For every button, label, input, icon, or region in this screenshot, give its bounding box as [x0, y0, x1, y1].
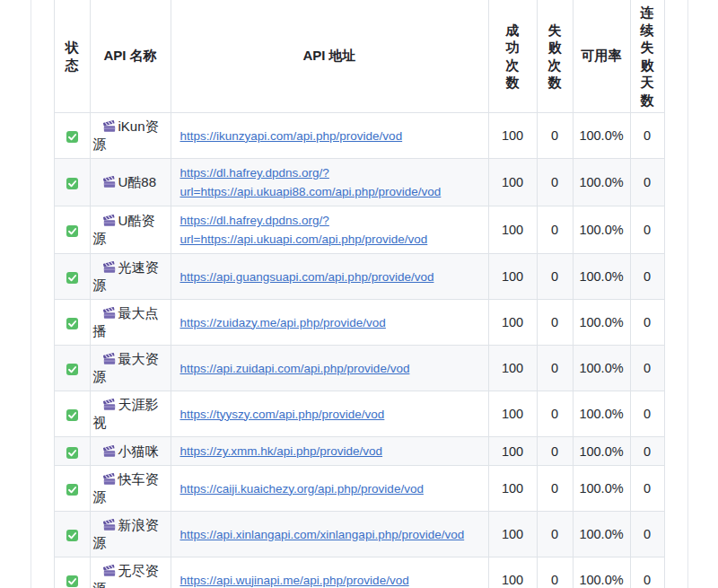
api-row: U酷资源https://dl.hafrey.dpdns.org/?url=htt…: [54, 206, 664, 254]
status-checkbox-checked[interactable]: [66, 178, 78, 189]
consecutive-fail-days-cell: 0: [630, 113, 664, 159]
fail-count-cell: 0: [537, 300, 573, 346]
api-url-cell: https://api.wujinapi.me/api.php/provide/…: [171, 557, 488, 588]
consecutive-fail-days-cell: 0: [630, 346, 664, 391]
column-header-api-name: API 名称: [90, 0, 171, 113]
status-checkbox-checked[interactable]: [66, 530, 78, 541]
api-url-link[interactable]: https://api.guangsuapi.com/api.php/provi…: [180, 270, 434, 284]
success-count-cell: 100: [488, 466, 537, 512]
status-checkbox-checked[interactable]: [66, 447, 78, 459]
api-url-cell: https://dl.hafrey.dpdns.org/?url=https:/…: [171, 159, 488, 206]
api-name-cell: 快车资源: [90, 466, 171, 512]
availability-cell: 100.0%: [573, 254, 630, 300]
api-url-link[interactable]: https://api.zuidapi.com/api.php/provide/…: [180, 362, 410, 375]
film-clapperboard-icon: [103, 473, 116, 486]
column-header-status: 状态: [54, 0, 90, 113]
consecutive-fail-days-cell: 0: [630, 206, 664, 254]
column-header-status-label: 状态: [65, 39, 79, 74]
consecutive-fail-days-cell: 0: [630, 159, 664, 206]
api-url-link[interactable]: https://zuidazy.me/api.php/provide/vod: [180, 316, 386, 329]
api-url-cell: https://zy.xmm.hk/api.php/provide/vod: [171, 437, 488, 466]
api-name: 小猫咪: [118, 443, 159, 459]
fail-count-cell: 0: [537, 512, 573, 557]
film-clapperboard-icon: [103, 120, 116, 133]
api-name-cell: U酷资源: [90, 206, 171, 254]
success-count-cell: 100: [488, 206, 537, 254]
consecutive-fail-days-cell: 0: [630, 557, 664, 588]
status-cell: [54, 346, 90, 391]
status-checkbox-checked[interactable]: [66, 575, 78, 587]
availability-cell: 100.0%: [573, 512, 630, 557]
availability-cell: 100.0%: [573, 391, 630, 437]
column-header-availability: 可用率: [573, 0, 630, 113]
availability-cell: 100.0%: [573, 437, 630, 466]
fail-count-cell: 0: [537, 437, 573, 466]
api-name-cell: iKun资源: [90, 113, 171, 159]
table-container: 状态 API 名称 API 地址 成功次数 失败次数 可用率 连续失败天数 iK…: [31, 0, 688, 588]
status-cell: [54, 300, 90, 346]
status-checkbox-checked[interactable]: [66, 131, 78, 143]
api-row: iKun资源https://ikunzyapi.com/api.php/prov…: [54, 113, 664, 159]
status-cell: [54, 113, 90, 159]
api-name-cell: 无尽资源: [90, 557, 171, 588]
api-row: 天涯影视https://tyyszy.com/api.php/provide/v…: [54, 391, 664, 437]
status-cell: [54, 391, 90, 437]
success-count-cell: 100: [488, 512, 537, 557]
api-url-link[interactable]: https://caiji.kuaichezy.org/api.php/prov…: [180, 482, 424, 496]
api-url-cell: https://dl.hafrey.dpdns.org/?url=https:/…: [171, 206, 488, 254]
status-checkbox-checked[interactable]: [66, 484, 78, 496]
api-row: 最大资源https://api.zuidapi.com/api.php/prov…: [54, 346, 664, 391]
availability-cell: 100.0%: [573, 159, 630, 206]
api-status-table: 状态 API 名称 API 地址 成功次数 失败次数 可用率 连续失败天数 iK…: [54, 0, 665, 588]
column-header-consecutive-fail-days: 连续失败天数: [630, 0, 664, 113]
api-row: 光速资源https://api.guangsuapi.com/api.php/p…: [54, 254, 664, 300]
api-name-cell: 最大点播: [90, 300, 171, 346]
fail-count-cell: 0: [537, 254, 573, 300]
consecutive-fail-days-cell: 0: [630, 437, 664, 466]
column-header-success-count-label: 成功次数: [505, 22, 520, 92]
status-checkbox-checked[interactable]: [66, 272, 78, 284]
film-clapperboard-icon: [103, 445, 116, 458]
status-checkbox-checked[interactable]: [66, 364, 78, 375]
success-count-cell: 100: [488, 159, 537, 206]
fail-count-cell: 0: [537, 557, 573, 588]
success-count-cell: 100: [488, 437, 537, 466]
api-url-cell: https://api.zuidapi.com/api.php/provide/…: [171, 346, 488, 391]
api-name-cell: 天涯影视: [90, 391, 171, 437]
api-url-cell: https://caiji.kuaichezy.org/api.php/prov…: [171, 466, 488, 512]
api-row: 无尽资源https://api.wujinapi.me/api.php/prov…: [54, 557, 664, 588]
api-url-link[interactable]: https://dl.hafrey.dpdns.org/?url=https:/…: [180, 166, 442, 198]
api-url-link[interactable]: https://api.xinlangapi.com/xinlangapi.ph…: [180, 528, 465, 541]
status-cell: [54, 437, 90, 466]
consecutive-fail-days-cell: 0: [630, 254, 664, 300]
status-checkbox-checked[interactable]: [66, 225, 78, 237]
status-cell: [54, 557, 90, 588]
status-cell: [54, 254, 90, 300]
api-name-cell: 小猫咪: [90, 437, 171, 466]
status-cell: [54, 466, 90, 512]
api-url-link[interactable]: https://ikunzyapi.com/api.php/provide/vo…: [180, 129, 403, 143]
api-name-cell: 光速资源: [90, 254, 171, 300]
api-url-link[interactable]: https://tyyszy.com/api.php/provide/vod: [180, 408, 385, 421]
api-url-cell: https://zuidazy.me/api.php/provide/vod: [171, 300, 488, 346]
api-name-cell: 最大资源: [90, 346, 171, 391]
table-body: iKun资源https://ikunzyapi.com/api.php/prov…: [54, 113, 664, 588]
consecutive-fail-days-cell: 0: [630, 466, 664, 512]
status-checkbox-checked[interactable]: [66, 318, 78, 329]
film-clapperboard-icon: [103, 565, 116, 577]
api-url-link[interactable]: https://dl.hafrey.dpdns.org/?url=https:/…: [180, 214, 428, 246]
table-header: 状态 API 名称 API 地址 成功次数 失败次数 可用率 连续失败天数: [54, 0, 664, 113]
api-url-link[interactable]: https://zy.xmm.hk/api.php/provide/vod: [180, 444, 383, 458]
status-checkbox-checked[interactable]: [66, 409, 78, 421]
consecutive-fail-days-cell: 0: [630, 300, 664, 346]
film-clapperboard-icon: [103, 307, 116, 320]
column-header-success-count: 成功次数: [488, 0, 537, 113]
film-clapperboard-icon: [103, 261, 116, 274]
api-url-link[interactable]: https://api.wujinapi.me/api.php/provide/…: [180, 574, 409, 587]
column-header-api-name-label: API 名称: [103, 48, 156, 63]
consecutive-fail-days-cell: 0: [630, 391, 664, 437]
header-row: 状态 API 名称 API 地址 成功次数 失败次数 可用率 连续失败天数: [54, 0, 664, 113]
column-header-consecutive-fail-days-label: 连续失败天数: [640, 4, 654, 109]
api-url-cell: https://tyyszy.com/api.php/provide/vod: [171, 391, 488, 437]
api-url-cell: https://ikunzyapi.com/api.php/provide/vo…: [171, 113, 488, 159]
